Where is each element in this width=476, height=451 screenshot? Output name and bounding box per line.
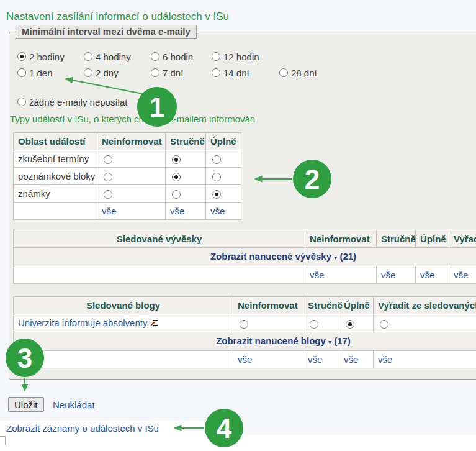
interval-radio-6h[interactable] xyxy=(151,52,159,61)
poznamkove-uplne-radio[interactable] xyxy=(212,173,221,181)
zkusebni-strucne-radio[interactable] xyxy=(172,155,181,164)
event-types-table: Oblast událostí Neinformovat Stručně Úpl… xyxy=(13,132,241,220)
interval-radio-28d[interactable] xyxy=(279,68,288,77)
event-types-heading: Typy událostí v ISu, o kterých chci být … xyxy=(10,114,255,124)
interval-label-4h: 4 hodiny xyxy=(96,52,131,62)
boards-all-vyradit-link[interactable]: vše xyxy=(454,270,468,280)
interval-option-6h[interactable]: 6 hodin xyxy=(151,52,212,62)
blogs-all-strucne-link[interactable]: vše xyxy=(308,354,322,365)
interval-radio-2h[interactable] xyxy=(17,52,26,61)
caret-down-icon: ▾ xyxy=(328,339,331,345)
col-neinformovat: Neinformovat xyxy=(97,133,166,150)
show-forced-blogs-link[interactable]: Zobrazit nanucené blogy xyxy=(216,335,326,346)
col-oblast-udalosti: Oblast událostí xyxy=(14,133,97,150)
col-strucne: Stručně xyxy=(377,230,416,248)
col-sledovane-blogy: Sledované blogy xyxy=(14,297,233,314)
blogs-all-vyradit-link[interactable]: vše xyxy=(378,354,392,365)
blog-univerzita-informuje-link[interactable]: Univerzita informuje absolventy xyxy=(18,317,147,328)
interval-fieldset-legend: Minimální interval mezi dvěma e-maily xyxy=(16,25,197,39)
zkusebni-neinformovat-radio[interactable] xyxy=(104,155,112,164)
interval-option-12h[interactable]: 12 hodin xyxy=(212,52,259,62)
interval-radio-1d[interactable] xyxy=(17,68,26,77)
row-label: známky xyxy=(14,185,97,203)
table-row-zkusebni-terminy: zkušební termíny xyxy=(14,150,241,168)
boards-show-forced-row: Zobrazit nanucené vývěsky ▾ (21) xyxy=(14,248,476,266)
col-uplne: Úplně xyxy=(339,297,374,314)
boards-all-neinformovat-link[interactable]: vše xyxy=(310,270,324,280)
page-title: Nastavení zasílání informací o událostec… xyxy=(6,11,229,23)
blog-vyradit-radio[interactable] xyxy=(380,320,388,329)
interval-label-12h: 12 hodin xyxy=(223,52,259,62)
row-label: zkušební termíny xyxy=(14,150,97,168)
interval-label-14d: 14 dní xyxy=(223,68,249,78)
table-row-univerzita-informuje: Univerzita informuje absolventy xyxy=(14,314,476,332)
forced-blogs-count: (17) xyxy=(334,335,351,346)
znamky-strucne-radio[interactable] xyxy=(172,190,181,199)
interval-label-7d: 7 dní xyxy=(163,68,183,78)
interval-option-4h[interactable]: 4 hodiny xyxy=(84,52,151,62)
blogs-all-neinformovat-link[interactable]: vše xyxy=(238,354,252,365)
forced-boards-count: (21) xyxy=(339,251,356,262)
interval-radio-12h[interactable] xyxy=(212,52,220,61)
zkusebni-uplne-radio[interactable] xyxy=(212,155,221,164)
boards-all-strucne-link[interactable]: vše xyxy=(381,270,395,280)
all-neinformovat-link[interactable]: vše xyxy=(102,206,116,216)
interval-label-1d: 1 den xyxy=(29,68,53,78)
znamky-uplne-radio[interactable] xyxy=(212,190,221,199)
znamky-neinformovat-radio[interactable] xyxy=(104,190,112,199)
blogs-header-row: Sledované blogy Neinformovat Stručně Úpl… xyxy=(14,297,476,314)
col-vyradit: Vyřadit ze sledovaných xyxy=(449,230,476,248)
corner-widget xyxy=(0,436,6,445)
blog-strucne-radio[interactable] xyxy=(310,320,318,329)
col-strucne: Stručně xyxy=(166,133,206,150)
interval-radio-4h[interactable] xyxy=(84,52,92,61)
col-strucne: Stručně xyxy=(303,297,339,314)
interval-option-none[interactable]: žádné e-maily neposílat xyxy=(17,97,127,107)
interval-fieldset: Minimální interval mezi dvěma e-maily 2 … xyxy=(9,32,476,380)
blogs-all-uplne-link[interactable]: vše xyxy=(344,354,358,365)
col-uplne: Úplně xyxy=(206,133,241,150)
blog-uplne-radio[interactable] xyxy=(346,320,354,329)
interval-row-3: žádné e-maily neposílat xyxy=(17,96,127,108)
interval-option-28d[interactable]: 28 dní xyxy=(279,68,317,78)
blogs-all-row: vše vše vše vše xyxy=(14,351,476,368)
caret-down-icon: ▾ xyxy=(334,254,337,261)
interval-radio-7d[interactable] xyxy=(151,68,159,77)
boards-header-row: Sledované vývěsky Neinformovat Stručně Ú… xyxy=(14,230,476,248)
boards-all-row: vše vše vše vše xyxy=(14,266,476,284)
all-strucne-link[interactable]: vše xyxy=(170,206,184,216)
interval-radio-none[interactable] xyxy=(17,98,26,106)
watched-blogs-table: Sledované blogy Neinformovat Stručně Úpl… xyxy=(13,296,476,368)
all-uplne-link[interactable]: vše xyxy=(210,206,225,216)
events-log-link[interactable]: Zobrazit záznamy o událostech v ISu xyxy=(6,423,159,434)
interval-row-1: 2 hodiny 4 hodiny 6 hodin 12 hodin xyxy=(17,50,259,63)
table-row-poznamkove-bloky: poznámkové bloky xyxy=(14,168,241,185)
col-neinformovat: Neinformovat xyxy=(233,297,303,314)
interval-label-2d: 2 dny xyxy=(96,68,119,78)
interval-option-2h[interactable]: 2 hodiny xyxy=(17,52,84,62)
interval-radio-14d[interactable] xyxy=(212,68,220,77)
col-neinformovat: Neinformovat xyxy=(305,230,377,248)
interval-option-14d[interactable]: 14 dní xyxy=(212,68,279,78)
poznamkove-strucne-radio[interactable] xyxy=(172,173,181,181)
interval-row-2: 1 den 2 dny 7 dní 14 dní 28 dní xyxy=(17,66,317,79)
interval-label-none: žádné e-maily neposílat xyxy=(29,97,127,107)
poznamkove-neinformovat-radio[interactable] xyxy=(104,173,112,181)
cancel-link[interactable]: Neukládat xyxy=(53,399,95,410)
show-forced-boards-link[interactable]: Zobrazit nanucené vývěsky xyxy=(210,251,331,262)
interval-option-7d[interactable]: 7 dní xyxy=(151,68,212,78)
col-sledovane-vyvesky: Sledované vývěsky xyxy=(14,230,305,248)
col-uplne: Úplně xyxy=(416,230,449,248)
boards-all-uplne-link[interactable]: vše xyxy=(420,270,434,280)
interval-option-2d[interactable]: 2 dny xyxy=(84,68,151,78)
blog-neinformovat-radio[interactable] xyxy=(240,320,248,329)
interval-radio-2d[interactable] xyxy=(84,68,92,77)
row-label: poznámkové bloky xyxy=(14,168,97,185)
col-vyradit-ze-sledovanych: Vyřadit ze sledovaných xyxy=(374,297,476,314)
event-types-all-row: vše vše vše xyxy=(14,203,241,220)
interval-option-1d[interactable]: 1 den xyxy=(17,68,84,78)
save-button[interactable]: Uložit xyxy=(8,397,44,412)
blogs-show-forced-row: Zobrazit nanucené blogy ▾ (17) xyxy=(14,332,476,351)
interval-label-2h: 2 hodiny xyxy=(29,52,65,62)
interval-label-28d: 28 dní xyxy=(291,68,317,78)
